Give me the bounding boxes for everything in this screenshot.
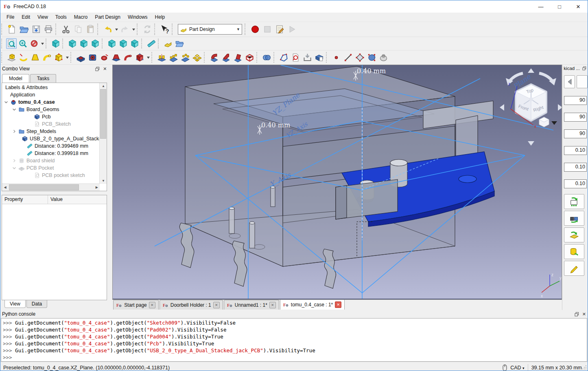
tab-tasks[interactable]: Tasks <box>30 74 57 83</box>
dropdown-caret[interactable] <box>40 42 45 45</box>
scroll-thumb[interactable] <box>9 184 79 190</box>
expander-open-icon[interactable] <box>12 166 17 170</box>
view-top-button[interactable] <box>79 38 89 49</box>
measure-distance-button[interactable] <box>146 38 157 49</box>
expander-closed-icon[interactable] <box>12 158 17 163</box>
workbench-selector[interactable]: Part Design▼ <box>178 24 242 35</box>
thickness-button[interactable] <box>244 52 255 63</box>
close-tab-icon[interactable]: ✕ <box>149 302 155 308</box>
tree-item-application[interactable]: Application <box>2 91 100 98</box>
push-footprint-button[interactable] <box>564 194 584 209</box>
additive-loft-button[interactable] <box>30 52 41 63</box>
scroll-down-arrow[interactable]: ▼ <box>100 178 106 184</box>
menu-macro[interactable]: Macro <box>70 13 91 21</box>
view-left-button[interactable] <box>129 38 140 49</box>
create-group-button[interactable] <box>174 38 185 49</box>
copy-button[interactable] <box>72 24 84 35</box>
additive-pipe-button[interactable] <box>42 52 52 63</box>
multitransform-button[interactable] <box>192 52 203 63</box>
float-panel-icon[interactable] <box>95 67 100 71</box>
menu-windows[interactable]: Windows <box>124 13 151 21</box>
menu-help[interactable]: Help <box>151 13 169 21</box>
tree-vertical-scrollbar[interactable]: ▲ ▼ <box>99 83 107 184</box>
scroll-left-arrow[interactable]: ◀ <box>2 184 8 190</box>
expander-open-icon[interactable] <box>12 107 17 112</box>
tab-view[interactable]: View <box>4 300 26 308</box>
datum-point-button[interactable] <box>331 52 342 63</box>
resize-grip[interactable] <box>582 365 587 370</box>
import-sketch-button[interactable] <box>302 52 313 63</box>
print-button[interactable] <box>43 24 54 35</box>
shape-binder-button[interactable] <box>378 52 389 63</box>
nav-back-button[interactable] <box>564 75 575 88</box>
tree-item-board-shield[interactable]: Board shield <box>2 157 100 164</box>
tree-item-board-geoms[interactable]: Board_Geoms <box>2 106 100 113</box>
maximize-button[interactable]: □ <box>550 0 569 13</box>
kicad-field-4[interactable]: 0.10 <box>564 146 587 155</box>
macro-record-button[interactable] <box>249 24 261 35</box>
blank-button[interactable] <box>577 75 588 88</box>
panel-splitter[interactable] <box>0 191 108 195</box>
tree-item-pcb-sketch[interactable]: PCB_Sketch <box>2 120 100 128</box>
cut-button[interactable] <box>60 24 72 35</box>
edit-pencil-button[interactable] <box>564 261 584 276</box>
expander-closed-icon[interactable] <box>12 129 17 134</box>
pocket-button[interactable] <box>75 52 86 63</box>
revolution-button[interactable] <box>18 52 29 63</box>
boolean-operation-button[interactable] <box>261 52 272 63</box>
whats-this-button[interactable]: ? <box>159 24 170 35</box>
menu-edit[interactable]: Edit <box>18 13 34 21</box>
menu-tools[interactable]: Tools <box>52 13 70 21</box>
tree-item-pcb-pocket-sketch[interactable]: PCB pocket sketch <box>2 172 100 179</box>
subtractive-pipe-button[interactable] <box>122 52 133 63</box>
property-table-body[interactable] <box>2 204 107 300</box>
subtractive-primitive-button[interactable] <box>134 52 145 63</box>
local-coordinate-system-button[interactable] <box>366 52 377 63</box>
scroll-thumb[interactable] <box>100 89 106 139</box>
mirrored-button[interactable] <box>156 52 167 63</box>
document-tab-start-page[interactable]: FStart page✕ <box>113 300 158 310</box>
dropdown-caret[interactable] <box>131 28 136 31</box>
close-panel-icon[interactable]: ✕ <box>582 312 586 317</box>
close-panel-icon[interactable]: ✕ <box>103 66 107 72</box>
draw-style-button[interactable] <box>29 38 39 49</box>
refresh-button[interactable] <box>142 24 153 35</box>
kicad-field-5[interactable]: 0.10 <box>564 163 587 172</box>
model-tree[interactable]: Labels & AttributesApplicationtomu_0.4_c… <box>2 83 107 191</box>
tab-data[interactable]: Data <box>26 300 47 308</box>
dropdown-caret[interactable] <box>114 28 119 31</box>
export-db-button[interactable] <box>564 244 584 259</box>
fillet-button[interactable] <box>209 52 220 63</box>
open-document-button[interactable] <box>18 24 30 35</box>
tab-model[interactable]: Model <box>2 74 29 83</box>
additive-primitive-button[interactable] <box>53 52 64 63</box>
view-right-button[interactable] <box>90 38 101 49</box>
menu-part-design[interactable]: Part Design <box>91 13 124 21</box>
push-module-button[interactable] <box>564 211 584 226</box>
fit-all-button[interactable] <box>6 38 17 49</box>
tree-item-tomu-0-4-case[interactable]: tomu_0.4_case <box>2 98 100 106</box>
view-rear-button[interactable] <box>107 38 117 49</box>
document-tab-doorbell-holder-1[interactable]: FDoorbell Holder : 1✕ <box>160 300 223 310</box>
save-button[interactable] <box>31 24 42 35</box>
chamfer-button[interactable] <box>221 52 232 63</box>
scroll-up-arrow[interactable]: ▲ <box>100 83 106 89</box>
paste-button[interactable] <box>85 24 96 35</box>
tree-item-step-models[interactable]: Step_Models <box>2 128 100 135</box>
kicad-field-6[interactable]: 0.10 <box>564 179 587 188</box>
close-tab-icon[interactable]: ✕ <box>335 301 341 308</box>
create-sketch-button[interactable] <box>278 52 289 63</box>
mouse-mode-selector[interactable]: CAD ▾ <box>510 365 524 371</box>
kicad-field-3[interactable]: 90 <box>564 129 587 138</box>
close-button[interactable]: ✕ <box>569 0 588 13</box>
tree-item-pcb[interactable]: Pcb <box>2 113 100 120</box>
dropdown-caret[interactable] <box>146 56 151 59</box>
carbon-copy-button[interactable] <box>314 52 325 63</box>
datum-plane-button[interactable] <box>354 52 365 63</box>
menu-file[interactable]: File <box>3 13 18 21</box>
redo-button[interactable] <box>119 24 131 35</box>
subtractive-loft-button[interactable] <box>111 52 122 63</box>
groove-button[interactable] <box>99 52 110 63</box>
linear-pattern-button[interactable] <box>168 52 179 63</box>
document-tab-tomu-0-4-case-1[interactable]: Ftomu_0.4_case : 1*✕ <box>280 299 345 310</box>
